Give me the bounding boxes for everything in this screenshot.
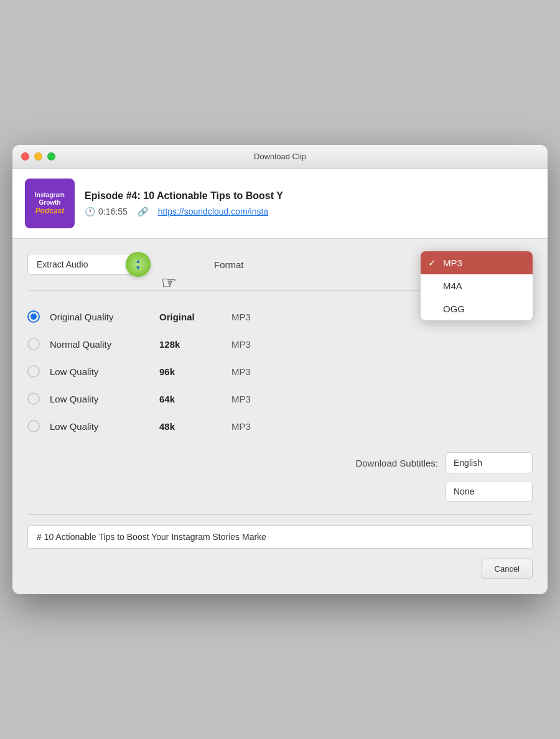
cancel-button[interactable]: Cancel: [482, 559, 533, 579]
format-option-mp3[interactable]: MP3: [421, 251, 533, 274]
quality-bitrate-low64: 64k: [159, 394, 222, 404]
quality-label-original: Original Quality: [50, 312, 149, 322]
radio-low48[interactable]: [27, 420, 40, 432]
quality-row-low48[interactable]: Low Quality 48k MP3: [27, 412, 533, 440]
none-row: None: [27, 481, 533, 502]
subtitles-label: Download Subtitles:: [355, 458, 438, 468]
quality-row-low96[interactable]: Low Quality 96k MP3: [27, 358, 533, 385]
format-option-ogg[interactable]: OGG: [421, 297, 533, 320]
filename-row: [27, 525, 533, 549]
bottom-buttons: Cancel: [27, 559, 533, 584]
quality-bitrate-low48: 48k: [159, 421, 222, 432]
subtitles-row: Download Subtitles: English: [27, 452, 533, 473]
format-dropdown[interactable]: MP3 M4A OGG: [421, 251, 533, 320]
podcast-logo: Instagram Growth Podcast: [25, 179, 75, 228]
episode-title: Episode #4: 10 Actionable Tips to Boost …: [85, 190, 535, 202]
episode-info: Episode #4: 10 Actionable Tips to Boost …: [85, 190, 535, 216]
titlebar: Download Clip: [12, 145, 548, 169]
quality-format-normal: MP3: [231, 339, 251, 350]
radio-low64[interactable]: [27, 393, 40, 405]
quality-format-low48: MP3: [231, 421, 251, 432]
quality-bitrate-original: Original: [159, 312, 222, 322]
quality-bitrate-low96: 96k: [159, 366, 222, 377]
chain-icon: 🔗: [138, 207, 148, 216]
quality-row-normal[interactable]: Normal Quality 128k MP3: [27, 330, 533, 358]
quality-label-normal: Normal Quality: [50, 339, 149, 350]
window-title: Download Clip: [254, 152, 306, 161]
episode-url[interactable]: https://soundcloud.com/insta: [158, 207, 268, 216]
extract-row: Extract Audio ▲ ▼ ☞ Format MP3: [27, 254, 533, 275]
dropdown-arrows-icon: ▲ ▼: [135, 258, 141, 271]
maximize-button[interactable]: [47, 152, 55, 160]
close-button[interactable]: [21, 152, 29, 160]
quality-label-low48: Low Quality: [50, 421, 149, 432]
quality-format-low64: MP3: [231, 394, 251, 404]
extract-select-wrapper: Extract Audio ▲ ▼: [27, 254, 139, 275]
radio-normal[interactable]: [27, 338, 40, 350]
clock-icon: 🕐: [85, 207, 95, 216]
quality-label-low64: Low Quality: [50, 394, 149, 404]
minimize-button[interactable]: [34, 152, 42, 160]
quality-bitrate-normal: 128k: [159, 339, 222, 350]
quality-row-low64[interactable]: Low Quality 64k MP3: [27, 385, 533, 412]
quality-format-low96: MP3: [231, 366, 251, 377]
filename-input[interactable]: [27, 525, 533, 549]
none-select[interactable]: None: [446, 481, 533, 502]
duration-value: 0:16:55: [98, 207, 128, 216]
format-option-m4a[interactable]: M4A: [421, 274, 533, 297]
bottom-divider: [27, 514, 533, 515]
episode-header: Instagram Growth Podcast Episode #4: 10 …: [12, 169, 548, 239]
radio-original[interactable]: [27, 310, 40, 323]
radio-low96[interactable]: [27, 365, 40, 378]
window-controls: [21, 152, 55, 160]
extract-dropdown-button[interactable]: ▲ ▼: [126, 252, 151, 277]
episode-meta: 🕐 0:16:55 🔗 https://soundcloud.com/insta: [85, 207, 535, 216]
quality-label-low96: Low Quality: [50, 366, 149, 377]
format-label: Format: [214, 259, 244, 270]
quality-options-container: Original Quality Original MP3 Normal Qua…: [27, 303, 533, 440]
podcast-logo-text: Instagram Growth Podcast: [35, 192, 65, 215]
main-content: Extract Audio ▲ ▼ ☞ Format MP3: [12, 239, 548, 594]
quality-format-original: MP3: [231, 312, 251, 322]
episode-duration: 🕐 0:16:55: [85, 207, 128, 216]
app-window: Download Clip Instagram Growth Podcast E…: [12, 145, 548, 594]
extract-select[interactable]: Extract Audio: [27, 254, 139, 275]
subtitles-select[interactable]: English: [446, 452, 533, 473]
